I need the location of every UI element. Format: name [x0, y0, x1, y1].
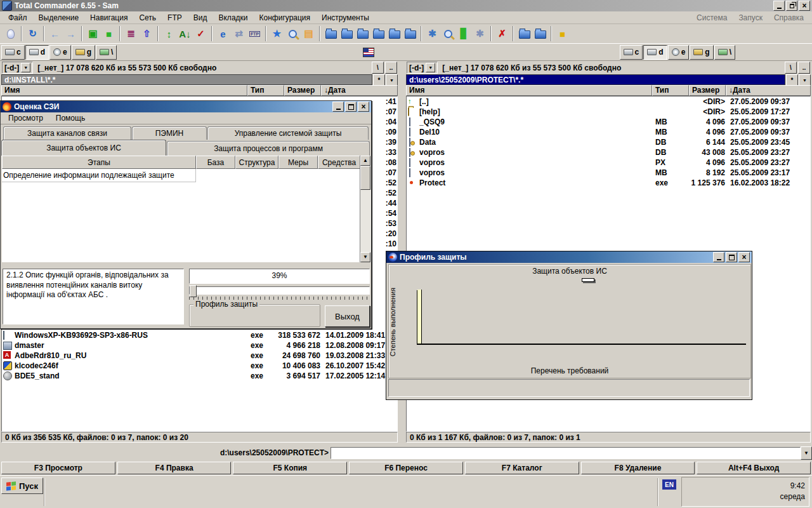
- close-button[interactable]: [358, 102, 369, 112]
- right-drive-button-d[interactable]: d: [643, 45, 667, 60]
- search-icon[interactable]: [285, 26, 301, 42]
- folder-web-icon[interactable]: [532, 26, 548, 42]
- value-slider[interactable]: [189, 286, 370, 295]
- minimize-button[interactable]: [332, 102, 344, 112]
- right-column-header-0[interactable]: Имя: [406, 85, 652, 96]
- menu-item-4[interactable]: FTP: [162, 12, 188, 23]
- left-column-header-2[interactable]: Размер: [284, 85, 321, 96]
- us-flag-icon[interactable]: [363, 48, 374, 57]
- file-row[interactable]: WindowsXP-KB936929-SP3-x86-RUSexe318 533…: [2, 330, 397, 340]
- right-drive-button-root[interactable]: \: [714, 45, 735, 60]
- file-row[interactable]: klcodec246fexe10 406 08326.10.2007 15:42: [2, 361, 397, 371]
- chart-window-title-bar[interactable]: Профиль защиты: [386, 251, 752, 263]
- right-drive-button-c[interactable]: c: [620, 45, 643, 60]
- folder-prev-icon[interactable]: [386, 26, 402, 42]
- close-button[interactable]: [799, 1, 810, 11]
- pack-files-icon[interactable]: ▣: [85, 26, 101, 42]
- stage-label[interactable]: Определение информации подлежащей защите: [2, 169, 196, 182]
- delete-icon[interactable]: ✗: [494, 26, 510, 42]
- back-icon[interactable]: ←: [47, 26, 63, 42]
- chevron-down-icon[interactable]: ▼: [21, 63, 30, 72]
- right-root-button[interactable]: \: [785, 62, 797, 74]
- file-row[interactable]: DataDB6 14425.05.2009 23:45: [407, 137, 810, 147]
- left-drive-combo[interactable]: [-d-] ▼: [2, 62, 33, 74]
- left-drive-button-root[interactable]: \: [96, 45, 117, 60]
- right-drive-button-e[interactable]: e: [668, 45, 690, 60]
- folder-drive-icon[interactable]: [323, 26, 339, 42]
- folder-find-icon[interactable]: [402, 26, 418, 42]
- dialog-menu-item-0[interactable]: Просмотр: [3, 113, 48, 123]
- menu-item-6[interactable]: Вкладки: [213, 12, 253, 23]
- left-root-button[interactable]: \: [372, 62, 384, 74]
- menu-item-1[interactable]: Выделение: [33, 12, 85, 23]
- file-row[interactable]: Del10MB4 09627.05.2009 09:37: [407, 127, 810, 137]
- right-column-header-1[interactable]: Тип: [652, 85, 689, 96]
- fkey-button-6[interactable]: Alt+F4 Выход: [697, 462, 811, 474]
- table-header-2[interactable]: Структура: [235, 156, 278, 169]
- preview-search-icon[interactable]: [440, 26, 456, 42]
- maximize-button[interactable]: [345, 102, 357, 112]
- file-row[interactable]: _QSQ9MB4 09627.05.2009 09:37: [407, 117, 810, 127]
- scroll-up-icon[interactable]: ▲: [360, 156, 370, 166]
- right-drive-combo[interactable]: [-d-] ▼: [407, 62, 438, 74]
- file-row[interactable]: voprosPX4 09625.05.2009 23:27: [407, 157, 810, 168]
- folder-stats-icon[interactable]: ▤: [301, 26, 317, 42]
- menu-item-8[interactable]: Инструменты: [316, 12, 375, 23]
- tab-back-0[interactable]: Защита каналов связи: [3, 126, 131, 140]
- fkey-button-4[interactable]: F7 Каталог: [465, 462, 579, 474]
- archive-book-icon[interactable]: ≣: [123, 26, 139, 42]
- file-row[interactable]: [help]<DIR>25.05.2009 17:27: [407, 107, 810, 117]
- internet-explorer-icon[interactable]: e: [215, 26, 231, 42]
- right-column-header-3[interactable]: ↓Дата: [726, 85, 811, 96]
- tab-front-1[interactable]: Защита процессов и программ: [167, 141, 370, 156]
- scrollbar-thumb[interactable]: [360, 166, 370, 190]
- tab-back-1[interactable]: ПЭМИН: [132, 126, 207, 140]
- menu-item-right-0[interactable]: Система: [691, 12, 733, 23]
- left-drive-button-e[interactable]: e: [49, 45, 71, 60]
- table-header-3[interactable]: Меры: [278, 156, 318, 169]
- language-indicator[interactable]: EN: [662, 479, 676, 490]
- maximize-button[interactable]: [726, 252, 737, 262]
- minimize-button[interactable]: [713, 252, 724, 262]
- forward-icon[interactable]: →: [63, 26, 79, 42]
- left-drive-button-c[interactable]: c: [1, 45, 25, 60]
- minimize-button[interactable]: [773, 1, 785, 11]
- right-drive-button-g[interactable]: g: [690, 45, 713, 60]
- left-drive-button-g[interactable]: g: [72, 45, 95, 60]
- left-drive-button-d[interactable]: d: [25, 45, 49, 60]
- left-column-header-0[interactable]: Имя: [1, 85, 247, 96]
- refresh-icon[interactable]: ↻: [25, 26, 41, 42]
- menu-item-2[interactable]: Навигация: [84, 12, 133, 23]
- left-up-button[interactable]: ..: [385, 62, 397, 74]
- sort-az-icon[interactable]: A↓: [177, 26, 193, 42]
- unpack-files-icon[interactable]: ■: [101, 26, 117, 42]
- file-row[interactable]: voprosDB43 00825.05.2009 23:27: [407, 147, 810, 157]
- sort-updown-icon[interactable]: ↕: [161, 26, 177, 42]
- menu-item-3[interactable]: Сеть: [133, 12, 162, 23]
- fkey-button-5[interactable]: F8 Удаление: [581, 462, 695, 474]
- right-column-header-2[interactable]: Размер: [689, 85, 726, 96]
- slider-thumb[interactable]: [190, 285, 197, 297]
- left-column-header-1[interactable]: Тип: [247, 85, 284, 96]
- file-row[interactable]: voprosMB8 19225.05.2009 23:17: [407, 168, 810, 178]
- restore-button[interactable]: [786, 1, 797, 11]
- file-row[interactable]: ↑[..]<DIR>27.05.2009 09:37: [407, 97, 810, 107]
- tab-front-0[interactable]: Защита объектов ИС: [1, 140, 166, 156]
- menu-item-7[interactable]: Конфигурация: [254, 12, 317, 23]
- archive-extract-icon[interactable]: ⇧: [139, 26, 155, 42]
- file-row[interactable]: BDE5_standexe3 694 51717.02.2005 12:14: [2, 371, 397, 381]
- dialog-menu-item-1[interactable]: Помощь: [51, 113, 90, 123]
- dialog-title-bar[interactable]: Оценка СЗИ: [1, 101, 371, 112]
- ftp-icon[interactable]: FTP: [247, 26, 263, 42]
- left-path-bar[interactable]: d:\INSTALL\*.*: [1, 74, 372, 85]
- fkey-button-3[interactable]: F6 Перенос: [349, 462, 463, 474]
- fkey-button-0[interactable]: F3 Просмотр: [1, 462, 115, 474]
- table-header-0[interactable]: Этапы: [2, 156, 196, 169]
- menu-item-0[interactable]: Файл: [3, 12, 33, 23]
- scroll-down-icon[interactable]: ▼: [360, 252, 370, 262]
- folder-sync-icon[interactable]: [339, 26, 355, 42]
- verify-checklist-icon[interactable]: ✓: [193, 26, 209, 42]
- settings-search-icon[interactable]: ✱: [472, 26, 488, 42]
- menu-item-5[interactable]: Вид: [188, 12, 213, 23]
- folder-history-icon[interactable]: [516, 26, 532, 42]
